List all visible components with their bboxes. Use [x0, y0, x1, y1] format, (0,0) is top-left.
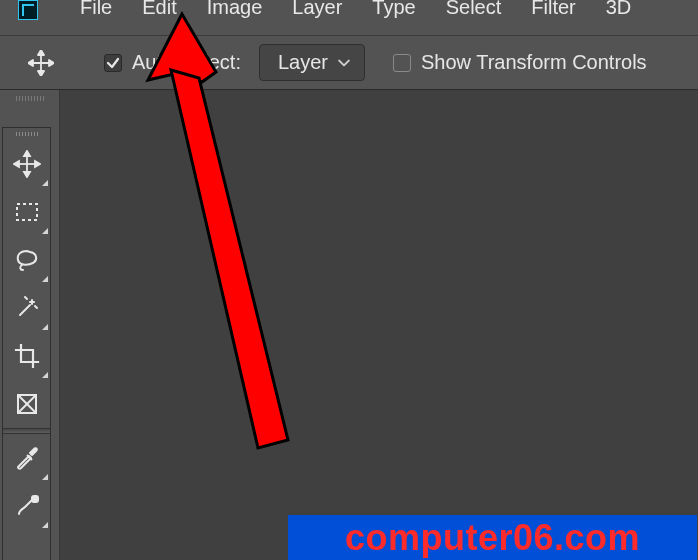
current-tool-icon — [28, 50, 54, 76]
autoselect-dropdown-value: Layer — [278, 51, 328, 74]
brush-tool[interactable] — [3, 482, 50, 530]
autoselect-dropdown[interactable]: Layer — [259, 44, 365, 81]
svg-marker-10 — [14, 161, 19, 167]
watermark-text: computer06.com — [345, 517, 640, 559]
menu-edit[interactable]: Edit — [142, 0, 176, 19]
flyout-corner-icon — [42, 276, 48, 282]
marquee-tool[interactable] — [3, 188, 50, 236]
autoselect-checkbox[interactable] — [104, 54, 122, 72]
show-transform-checkbox[interactable] — [393, 54, 411, 72]
menu-type[interactable]: Type — [372, 0, 415, 19]
svg-marker-11 — [35, 161, 40, 167]
menu-image[interactable]: Image — [207, 0, 263, 19]
dock-grip-icon[interactable] — [0, 90, 59, 106]
flyout-corner-icon — [42, 372, 48, 378]
watermark: computer06.com — [288, 515, 697, 560]
menubar: File Edit Image Layer Type Select Filter… — [0, 0, 698, 35]
menu-3d[interactable]: 3D — [606, 0, 632, 19]
frame-icon — [13, 390, 41, 418]
flyout-corner-icon — [42, 474, 48, 480]
lasso-tool[interactable] — [3, 236, 50, 284]
toolpanel-grip-icon[interactable] — [3, 128, 50, 140]
svg-rect-12 — [17, 204, 37, 220]
move-icon — [13, 150, 41, 178]
menu-filter[interactable]: Filter — [531, 0, 575, 19]
svg-line-17 — [25, 297, 27, 299]
lasso-icon — [13, 246, 41, 274]
canvas-area[interactable] — [60, 90, 698, 560]
tool-panel — [3, 128, 50, 560]
autoselect-label: Auto-Select: — [132, 51, 241, 74]
eyedropper-tool[interactable] — [3, 434, 50, 482]
move-tool[interactable] — [3, 140, 50, 188]
flyout-corner-icon — [42, 180, 48, 186]
crop-icon — [13, 342, 41, 370]
menu-select[interactable]: Select — [446, 0, 502, 19]
frame-tool[interactable] — [3, 380, 50, 428]
svg-rect-22 — [32, 496, 38, 502]
svg-marker-3 — [38, 71, 44, 76]
svg-marker-5 — [49, 60, 54, 66]
check-icon — [106, 56, 120, 70]
show-transform-label: Show Transform Controls — [421, 51, 647, 74]
marquee-icon — [13, 198, 41, 226]
svg-line-16 — [35, 306, 37, 308]
brush-icon — [13, 492, 41, 520]
flyout-corner-icon — [42, 228, 48, 234]
svg-marker-4 — [28, 60, 33, 66]
svg-marker-8 — [24, 151, 30, 156]
svg-marker-9 — [24, 172, 30, 177]
flyout-corner-icon — [42, 324, 48, 330]
chevron-down-icon — [338, 59, 350, 67]
eyedropper-icon — [13, 444, 41, 472]
flyout-corner-icon — [42, 522, 48, 528]
menu-file[interactable]: File — [80, 0, 112, 19]
menu-items: File Edit Image Layer Type Select Filter… — [80, 0, 631, 19]
quick-selection-tool[interactable] — [3, 284, 50, 332]
svg-line-13 — [20, 305, 30, 315]
crop-tool[interactable] — [3, 332, 50, 380]
options-bar: Auto-Select: Layer Show Transform Contro… — [0, 35, 698, 90]
svg-marker-2 — [38, 50, 44, 55]
menu-layer[interactable]: Layer — [292, 0, 342, 19]
app-logo-icon — [18, 0, 38, 20]
wand-icon — [13, 294, 41, 322]
